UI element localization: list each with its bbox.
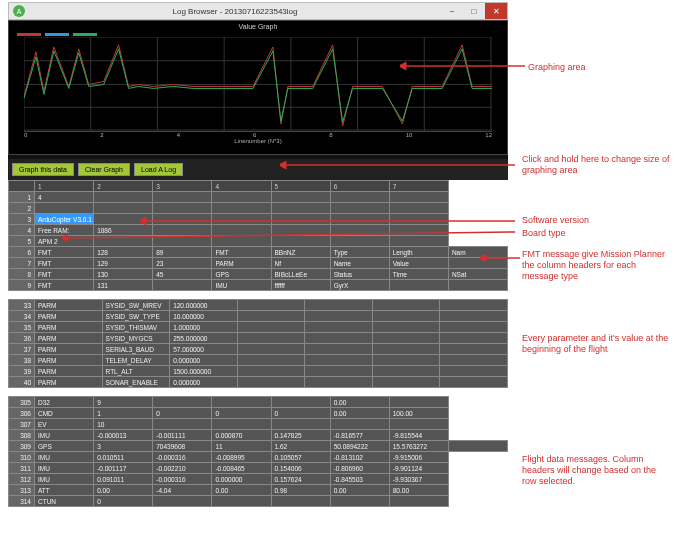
cell[interactable]: [94, 203, 153, 214]
row-number[interactable]: 305: [9, 397, 35, 408]
cell[interactable]: 70439608: [153, 441, 212, 452]
cell[interactable]: [237, 366, 305, 377]
cell[interactable]: Value: [389, 258, 448, 269]
cell[interactable]: 3: [94, 441, 153, 452]
cell[interactable]: 1: [94, 408, 153, 419]
cell[interactable]: [153, 397, 212, 408]
cell[interactable]: [372, 322, 440, 333]
minimize-button[interactable]: −: [441, 3, 463, 19]
cell[interactable]: 23: [153, 258, 212, 269]
cell[interactable]: 0.010511: [94, 452, 153, 463]
cell[interactable]: 0.157624: [271, 474, 330, 485]
row-number[interactable]: 39: [9, 366, 35, 377]
cell[interactable]: -0.000316: [153, 474, 212, 485]
cell[interactable]: 0: [94, 496, 153, 507]
cell[interactable]: 0.000000: [170, 377, 238, 388]
cell[interactable]: [389, 192, 448, 203]
cell[interactable]: [330, 419, 389, 430]
cell[interactable]: [212, 496, 271, 507]
cell[interactable]: [440, 377, 508, 388]
cell[interactable]: FMT: [35, 269, 94, 280]
cell[interactable]: SYSID_SW_TYPE: [102, 311, 170, 322]
cell[interactable]: IMU: [212, 280, 271, 291]
cell[interactable]: 80.00: [389, 485, 448, 496]
cell[interactable]: -0.000316: [153, 452, 212, 463]
cell[interactable]: -0.813102: [330, 452, 389, 463]
cell[interactable]: [440, 300, 508, 311]
row-number[interactable]: 308: [9, 430, 35, 441]
cell[interactable]: [389, 496, 448, 507]
cell[interactable]: [305, 333, 373, 344]
col-header[interactable]: 7: [389, 181, 448, 192]
cell[interactable]: [372, 300, 440, 311]
cell[interactable]: BBnNZ: [271, 247, 330, 258]
cell[interactable]: 10: [94, 419, 153, 430]
cell[interactable]: [305, 377, 373, 388]
cell[interactable]: [372, 311, 440, 322]
row-number[interactable]: 37: [9, 344, 35, 355]
cell[interactable]: 1.000000: [170, 322, 238, 333]
cell[interactable]: PARM: [35, 322, 103, 333]
cell[interactable]: [389, 397, 448, 408]
cell[interactable]: IMU: [35, 474, 94, 485]
cell[interactable]: 0: [271, 408, 330, 419]
cell[interactable]: 0.000000: [170, 355, 238, 366]
cell[interactable]: [440, 322, 508, 333]
cell[interactable]: SYSID_SW_MREV: [102, 300, 170, 311]
cell[interactable]: [237, 377, 305, 388]
cell[interactable]: 129: [94, 258, 153, 269]
row-number[interactable]: 314: [9, 496, 35, 507]
cell[interactable]: -9.815544: [389, 430, 448, 441]
cell[interactable]: [305, 355, 373, 366]
row-number[interactable]: 33: [9, 300, 35, 311]
cell[interactable]: 0.00: [212, 485, 271, 496]
cell[interactable]: CMD: [35, 408, 94, 419]
row-number[interactable]: 307: [9, 419, 35, 430]
cell[interactable]: 0: [153, 408, 212, 419]
cell[interactable]: GPS: [212, 269, 271, 280]
cell[interactable]: [237, 355, 305, 366]
cell[interactable]: -9.930367: [389, 474, 448, 485]
cell[interactable]: 1500.000000: [170, 366, 238, 377]
cell[interactable]: [305, 322, 373, 333]
load-log-button[interactable]: Load A Log: [134, 163, 183, 176]
cell[interactable]: [212, 203, 271, 214]
row-number[interactable]: 4: [9, 225, 35, 236]
cell[interactable]: 0.000870: [212, 430, 271, 441]
cell[interactable]: -0.816577: [330, 430, 389, 441]
cell[interactable]: [237, 322, 305, 333]
row-number[interactable]: 6: [9, 247, 35, 258]
cell[interactable]: -0.000013: [94, 430, 153, 441]
cell[interactable]: [440, 333, 508, 344]
row-number[interactable]: 313: [9, 485, 35, 496]
cell[interactable]: SERIAL3_BAUD: [102, 344, 170, 355]
cell[interactable]: 0.98: [271, 485, 330, 496]
cell[interactable]: 57.000000: [170, 344, 238, 355]
cell[interactable]: 255.000000: [170, 333, 238, 344]
cell[interactable]: Nf: [271, 258, 330, 269]
cell[interactable]: 9: [94, 397, 153, 408]
cell[interactable]: 50.0894222: [330, 441, 389, 452]
cell[interactable]: Length: [389, 247, 448, 258]
cell[interactable]: [237, 344, 305, 355]
cell[interactable]: 0.00: [94, 485, 153, 496]
cell[interactable]: [271, 419, 330, 430]
cell[interactable]: -0.845503: [330, 474, 389, 485]
cell[interactable]: [153, 203, 212, 214]
cell[interactable]: [237, 333, 305, 344]
row-number[interactable]: 7: [9, 258, 35, 269]
cell[interactable]: 0.147825: [271, 430, 330, 441]
cell[interactable]: [271, 496, 330, 507]
cell[interactable]: [330, 203, 389, 214]
cell[interactable]: 0.105057: [271, 452, 330, 463]
maximize-button[interactable]: □: [463, 3, 485, 19]
cell[interactable]: 0.091011: [94, 474, 153, 485]
cell[interactable]: 131: [94, 280, 153, 291]
row-number[interactable]: 311: [9, 463, 35, 474]
cell[interactable]: [305, 366, 373, 377]
cell[interactable]: [448, 441, 507, 452]
cell[interactable]: FMT: [35, 247, 94, 258]
cell[interactable]: 0: [212, 408, 271, 419]
cell[interactable]: -0.001111: [153, 430, 212, 441]
cell[interactable]: [271, 203, 330, 214]
